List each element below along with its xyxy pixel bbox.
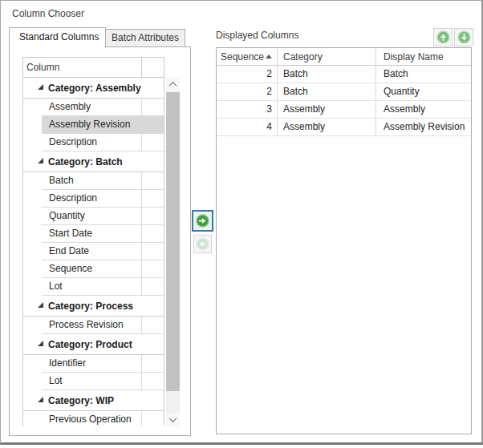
move-up-button[interactable] [433,28,453,46]
header-sequence[interactable]: Sequence [217,48,278,65]
column-item-label: Identifier [42,355,142,372]
category-label: Category: Process [48,301,133,312]
sort-ascending-icon [266,54,272,59]
column-item-row[interactable]: Process Revision [42,317,164,334]
column-item-row[interactable]: End Date [42,243,164,260]
scrollbar-up-button[interactable] [166,78,180,91]
column-item-row-selected[interactable]: Assembly Revision [42,116,164,134]
scrollbar-down-button[interactable] [166,413,180,426]
column-item-row[interactable]: Lot [42,278,164,296]
sequence-cell: 4 [217,119,278,135]
expander-expanded-icon[interactable] [38,302,43,308]
column-item-row[interactable]: Start Date [42,225,164,243]
header-category-label: Category [283,51,323,63]
expander-expanded-icon[interactable] [38,158,43,163]
remove-column-button[interactable] [193,235,212,253]
column-item-label: Lot [42,278,142,295]
column-item-extra-cell [142,373,164,389]
column-item-label: Assembly Revision [42,116,142,133]
column-item-extra-cell [142,225,164,242]
category-row-wip[interactable]: Category: WIP [23,390,164,411]
header-display-name[interactable]: Display Name [376,48,471,65]
displayed-columns-table: Sequence Category Display Name 2 Batch B… [216,47,472,434]
category-cell: Batch [278,66,376,83]
displayed-columns-table-header: Sequence Category Display Name [217,48,471,66]
column-item-extra-cell [142,116,164,133]
sequence-cell: 2 [217,83,278,100]
window-title: Column Chooser [12,8,84,19]
column-item-extra-cell [142,208,164,224]
column-header-cell[interactable]: Column [23,58,142,77]
column-item-label: Description [42,134,142,151]
empty-header-cell [142,58,164,77]
table-row[interactable]: 2 Batch Batch [217,66,471,83]
arrow-up-circle-icon [436,30,450,44]
vertical-scrollbar[interactable] [166,78,180,426]
column-item-label: Process Revision [42,317,142,333]
expander-expanded-icon[interactable] [38,84,43,90]
chevron-up-icon [169,82,177,90]
column-item-label: Batch [42,172,142,189]
category-cell: Assembly [278,119,376,135]
category-label: Category: Batch [48,156,123,167]
tab-standard-columns[interactable]: Standard Columns [9,27,106,47]
category-cell: Assembly [278,101,376,118]
column-item-label: Previous Operation [42,411,142,426]
column-item-extra-cell [142,172,164,189]
column-chooser-window: Column Chooser Standard Columns Batch At… [0,0,483,445]
header-display-name-label: Display Name [384,51,444,63]
column-item-row[interactable]: Sequence [42,260,164,278]
column-item-row[interactable]: Assembly [42,99,164,116]
column-item-row[interactable]: Identifier [42,355,164,373]
column-item-label: Sequence [42,260,142,277]
column-item-row[interactable]: Batch [42,172,164,190]
available-columns-grid-header: Column [22,57,164,78]
expander-expanded-icon[interactable] [38,341,43,346]
category-row-product[interactable]: Category: Product [23,334,164,355]
column-item-extra-cell [142,260,164,277]
table-row[interactable]: 2 Batch Quantity [217,83,471,101]
column-item-extra-cell [142,99,164,115]
column-item-label: Assembly [42,99,142,115]
header-category[interactable]: Category [278,48,376,65]
category-row-process[interactable]: Category: Process [23,296,164,317]
chevron-down-icon [169,414,177,422]
add-column-button[interactable] [192,210,213,232]
category-cell: Batch [278,83,376,100]
column-item-row[interactable]: Previous Operation [42,411,164,426]
column-item-extra-cell [142,134,164,151]
sequence-cell: 2 [217,66,278,83]
available-columns-grid: Column Category: Assembly Assembly Assem… [22,57,181,426]
column-item-extra-cell [142,278,164,295]
category-row-batch[interactable]: Category: Batch [23,151,164,172]
category-row-assembly[interactable]: Category: Assembly [23,78,164,99]
column-item-label: Description [42,190,142,207]
arrow-left-circle-icon [196,237,209,251]
display-name-cell: Assembly [376,101,471,118]
displayed-columns-label: Displayed Columns [216,30,298,41]
scrollbar-thumb[interactable] [166,92,180,391]
header-sequence-label: Sequence [221,51,264,63]
column-item-extra-cell [142,190,164,207]
column-item-row[interactable]: Quantity [42,208,164,225]
category-label: Category: Assembly [48,83,141,94]
available-columns-rows: Category: Assembly Assembly Assembly Rev… [22,78,164,426]
expander-expanded-icon[interactable] [38,397,43,402]
display-name-cell: Assembly Revision [376,119,471,135]
arrow-right-circle-icon [196,214,209,228]
move-down-button[interactable] [454,28,473,46]
column-item-extra-cell [142,243,164,260]
arrow-down-circle-icon [457,30,471,44]
column-item-row[interactable]: Lot [42,373,164,390]
tab-batch-attributes[interactable]: Batch Attributes [105,29,185,46]
sequence-cell: 3 [217,101,278,118]
column-item-label: Quantity [42,208,142,224]
category-label: Category: WIP [48,395,114,406]
column-item-row[interactable]: Description [42,134,164,151]
table-row[interactable]: 4 Assembly Assembly Revision [217,119,471,136]
column-item-extra-cell [142,411,164,426]
column-item-row[interactable]: Description [42,190,164,208]
table-row[interactable]: 3 Assembly Assembly [217,101,471,119]
display-name-cell: Quantity [376,83,471,100]
display-name-cell: Batch [376,66,471,83]
